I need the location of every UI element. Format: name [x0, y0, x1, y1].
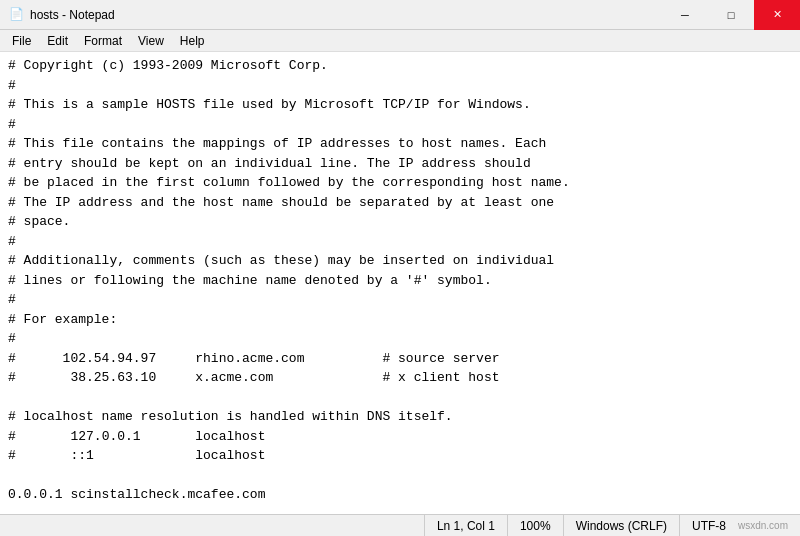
minimize-button[interactable]: ─: [662, 0, 708, 30]
editor-content[interactable]: # Copyright (c) 1993-2009 Microsoft Corp…: [0, 52, 800, 514]
menu-file[interactable]: File: [4, 30, 39, 52]
app-icon: 📄: [8, 7, 24, 23]
watermark: wsxdn.com: [738, 520, 792, 531]
title-bar-left: 📄 hosts - Notepad: [8, 7, 115, 23]
window-controls: ─ □ ✕: [662, 0, 800, 30]
close-button[interactable]: ✕: [754, 0, 800, 30]
menu-bar: File Edit Format View Help: [0, 30, 800, 52]
menu-format[interactable]: Format: [76, 30, 130, 52]
title-text: hosts - Notepad: [30, 8, 115, 22]
status-zoom: 100%: [507, 515, 563, 536]
status-position: Ln 1, Col 1: [424, 515, 507, 536]
editor-container: # Copyright (c) 1993-2009 Microsoft Corp…: [0, 52, 800, 514]
menu-edit[interactable]: Edit: [39, 30, 76, 52]
status-bar: Ln 1, Col 1 100% Windows (CRLF) UTF-8 ws…: [0, 514, 800, 536]
status-line-ending: Windows (CRLF): [563, 515, 679, 536]
title-bar: 📄 hosts - Notepad ─ □ ✕: [0, 0, 800, 30]
status-encoding: UTF-8: [679, 515, 738, 536]
menu-help[interactable]: Help: [172, 30, 213, 52]
menu-view[interactable]: View: [130, 30, 172, 52]
maximize-button[interactable]: □: [708, 0, 754, 30]
